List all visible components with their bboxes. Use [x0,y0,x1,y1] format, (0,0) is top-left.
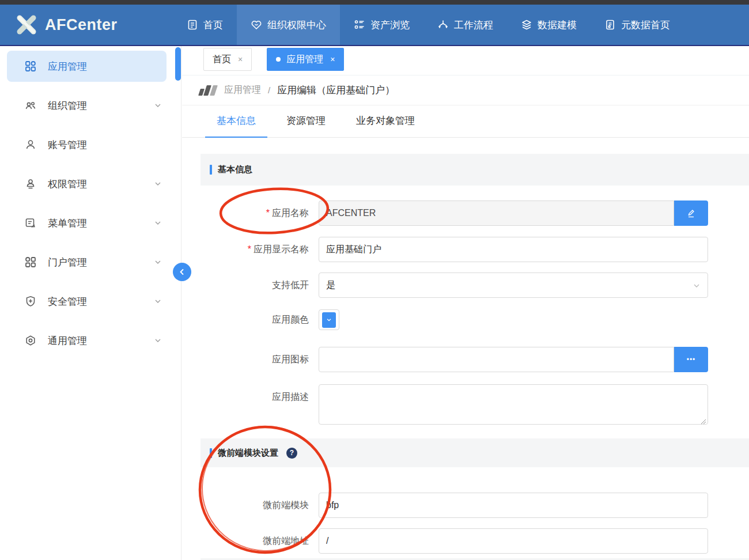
app-desc-textarea[interactable] [319,384,708,425]
breadcrumb-current: 应用编辑（应用基础门户） [277,84,395,97]
heart-icon [251,19,262,31]
home-doc-icon [187,19,198,31]
open-tabs-strip: 首页 × 应用管理 × [182,46,749,75]
micro-address-label: 微前端地址 [201,528,309,554]
menu-doc-icon [24,217,37,229]
top-navbar: AFCenter 首页 组织权限中心 资产 [0,5,749,46]
afcenter-logo-icon [15,13,38,36]
nav-item-label: 工作流程 [454,18,493,32]
nav-item-label: 数据建模 [538,18,577,32]
page-tab-home[interactable]: 首页 × [203,48,252,71]
section-title: 基本信息 [218,164,252,175]
nav-item-asset-browse[interactable]: 资产浏览 [340,5,423,45]
content-scrollbar-thumb[interactable] [175,47,181,81]
afcenter-app-window: AFCenter 首页 组织权限中心 资产 [0,0,749,560]
app-display-name-input[interactable] [319,237,708,262]
micro-module-label: 微前端模块 [201,493,309,518]
sidebar-item-permission-management[interactable]: 权限管理 [7,168,167,199]
appstore-grid-icon [24,60,37,73]
sidebar-item-app-management[interactable]: 应用管理 [7,51,167,82]
app-icon-label: 应用图标 [201,347,309,372]
micro-module-input[interactable] [319,493,708,518]
page-tab-label: 首页 [213,54,231,66]
chevron-down-icon [326,317,332,323]
sidebar-item-security-management[interactable]: 安全管理 [7,286,167,317]
section-accent-bar [210,448,212,458]
form-row-micro-address: 微前端地址 [201,528,749,554]
nav-item-label: 元数据首页 [621,18,670,32]
help-icon[interactable]: ? [286,448,297,459]
nav-item-data-modeling[interactable]: 数据建模 [507,5,591,45]
app-edit-form: 基本信息 *应用名称 *应用显示名称 [182,154,749,560]
metadata-file-icon [604,19,616,31]
support-low-code-label: 支持低开 [201,273,309,298]
brand-name: AFCenter [45,16,118,34]
section-title: 微前端模块设置 [218,448,278,459]
tab-business-object-management[interactable]: 业务对象管理 [345,105,426,137]
sidebar-item-portal-management[interactable]: 门户管理 [7,247,167,278]
chevron-left-icon [179,268,186,275]
micro-address-input[interactable] [319,528,708,554]
active-tab-dot-icon [276,57,281,62]
app-icon-input[interactable] [319,347,674,372]
asset-list-icon [354,19,365,31]
form-row-app-color: 应用颜色 [201,309,749,330]
nav-item-org-permission-center[interactable]: 组织权限中心 [237,5,340,45]
sidebar-item-label: 账号管理 [48,138,167,152]
sidebar-item-label: 通用管理 [48,334,154,347]
browse-icon-button[interactable]: ••• [674,347,708,372]
tab-basic-info[interactable]: 基本信息 [205,105,267,137]
form-row-app-name: *应用名称 [201,200,749,226]
permission-seal-icon [24,177,37,190]
people-icon [24,99,37,112]
sidebar-item-account-management[interactable]: 账号管理 [7,129,167,160]
user-icon [24,138,37,151]
nav-item-label: 组织权限中心 [267,18,326,32]
section-basic-info: 基本信息 [201,154,749,186]
close-icon[interactable]: × [238,55,243,64]
nav-item-label: 首页 [203,18,223,32]
app-color-picker[interactable] [319,309,339,330]
brand[interactable]: AFCenter [0,5,173,45]
shield-plus-icon [24,295,37,308]
form-row-app-display-name: *应用显示名称 [201,237,749,262]
section-accent-bar [210,165,212,175]
sidebar-item-org-management[interactable]: 组织管理 [7,90,167,121]
page-tab-app-management[interactable]: 应用管理 × [267,48,344,71]
form-row-app-desc: 应用描述 [201,384,749,427]
form-row-micro-module: 微前端模块 [201,493,749,518]
sidebar: 应用管理 组织管理 账号管理 权限管理 菜 [0,46,181,560]
support-low-code-select[interactable]: 是 [319,273,708,298]
gear-icon [24,334,37,347]
breadcrumb-slashes-icon [199,85,216,96]
close-icon[interactable]: × [330,55,335,64]
sidebar-collapse-button[interactable] [173,263,191,281]
sidebar-item-label: 安全管理 [48,295,154,308]
chevron-down-icon [154,258,162,266]
workflow-icon [437,19,449,31]
app-name-input[interactable] [319,200,674,226]
color-swatch [322,312,336,328]
sidebar-item-label: 菜单管理 [48,217,154,230]
nav-item-workflow[interactable]: 工作流程 [423,5,507,45]
edit-app-name-button[interactable] [674,200,708,226]
app-color-label: 应用颜色 [201,309,309,330]
breadcrumb: 应用管理 / 应用编辑（应用基础门户） [182,75,749,105]
sidebar-item-label: 应用管理 [48,60,167,73]
select-value: 是 [326,279,335,292]
form-row-support-low-code: 支持低开 是 [201,273,749,298]
app-name-label: *应用名称 [201,200,309,226]
breadcrumb-separator: / [268,85,270,95]
chevron-down-icon [154,101,162,109]
layers-icon [521,19,532,31]
nav-item-home[interactable]: 首页 [173,5,237,45]
nav-item-metadata-home[interactable]: 元数据首页 [591,5,684,45]
main-content: 首页 × 应用管理 × 应用管理 / 应用编辑（应用基础门户） 基本信息 资源管… [182,46,749,560]
sidebar-item-general-management[interactable]: 通用管理 [7,325,167,356]
breadcrumb-parent[interactable]: 应用管理 [224,84,261,96]
sidebar-item-menu-management[interactable]: 菜单管理 [7,207,167,239]
pencil-icon [686,209,696,218]
chevron-down-icon [154,297,162,305]
tab-resource-management[interactable]: 资源管理 [275,105,337,137]
chevron-down-icon [154,336,162,345]
